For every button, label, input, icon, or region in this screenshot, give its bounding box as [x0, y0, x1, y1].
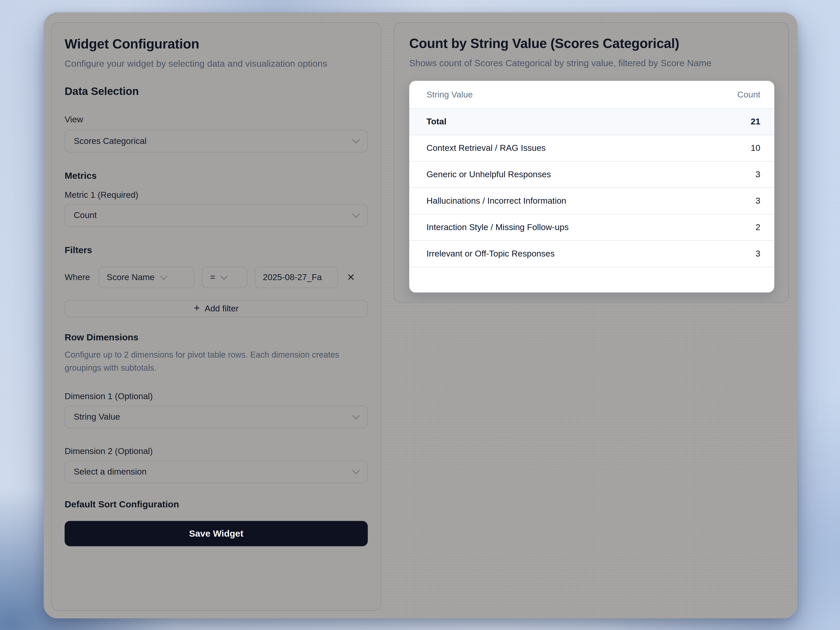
close-icon: ✕	[347, 272, 355, 283]
table-header-row: String Value Count	[409, 81, 774, 109]
row-label: Context Retrieval / RAG Issues	[426, 143, 546, 153]
filter-value-input[interactable]: 2025-08-27_Fa	[255, 267, 338, 288]
metric1-label: Metric 1 (Required)	[65, 190, 368, 200]
column-header-string-value: String Value	[426, 90, 473, 100]
preview-subtitle: Shows count of Scores Categorical by str…	[409, 56, 773, 71]
table-row: Context Retrieval / RAG Issues 10	[409, 135, 774, 161]
filter-row: Where Score Name = 2025-08-27_Fa ✕	[65, 267, 368, 288]
table-row: Generic or Unhelpful Responses 3	[409, 161, 774, 188]
row-label: Generic or Unhelpful Responses	[426, 170, 551, 180]
dimension2-label: Dimension 2 (Optional)	[65, 446, 368, 456]
configuration-panel: Widget Configuration Configure your widg…	[51, 22, 381, 611]
row-dimensions-help: Configure up to 2 dimensions for pivot t…	[65, 348, 368, 375]
dimension2-select[interactable]: Select a dimension	[65, 461, 368, 483]
preview-panel: Count by String Value (Scores Categorica…	[393, 22, 789, 303]
total-label: Total	[426, 117, 447, 127]
row-label: Interaction Style / Missing Follow-ups	[426, 222, 569, 232]
page-title: Widget Configuration	[65, 36, 368, 52]
row-count: 3	[755, 170, 760, 180]
add-filter-button[interactable]: + Add filter	[65, 300, 368, 317]
chevron-down-icon	[352, 412, 360, 419]
filter-operator-select[interactable]: =	[202, 267, 247, 288]
table-row: Irrelevant or Off-Topic Responses 3	[409, 241, 774, 267]
filter-value-text: 2025-08-27_Fa	[263, 273, 322, 282]
chevron-down-icon	[160, 272, 168, 280]
chevron-down-icon	[352, 136, 360, 143]
table-total-row: Total 21	[409, 109, 774, 135]
view-select-value: Scores Categorical	[74, 136, 147, 146]
row-count: 10	[751, 143, 760, 153]
data-selection-heading: Data Selection	[65, 85, 368, 98]
filter-column-select[interactable]: Score Name	[99, 267, 194, 288]
desktop-background: Widget Configuration Configure your widg…	[0, 0, 840, 630]
default-sort-heading: Default Sort Configuration	[65, 499, 368, 510]
dimension2-select-value: Select a dimension	[74, 467, 147, 477]
preview-title: Count by String Value (Scores Categorica…	[409, 36, 773, 51]
chevron-down-icon	[352, 467, 360, 474]
dimension1-label: Dimension 1 (Optional)	[65, 392, 368, 402]
chevron-down-icon	[221, 272, 228, 280]
widget-config-dialog: Widget Configuration Configure your widg…	[44, 12, 797, 618]
row-count: 3	[755, 196, 760, 206]
view-label: View	[65, 115, 368, 124]
plus-icon: +	[194, 302, 200, 314]
view-select[interactable]: Scores Categorical	[65, 130, 368, 152]
table-row: Interaction Style / Missing Follow-ups 2	[409, 214, 774, 241]
pivot-table-card: String Value Count Total 21 Context Retr…	[409, 81, 774, 293]
add-filter-label: Add filter	[205, 304, 239, 313]
row-count: 3	[755, 249, 760, 258]
dimension1-select-value: String Value	[74, 412, 120, 422]
table-row: Hallucinations / Incorrect Information 3	[409, 188, 774, 214]
row-label: Hallucinations / Incorrect Information	[426, 196, 566, 206]
row-label: Irrelevant or Off-Topic Responses	[426, 249, 554, 258]
save-widget-button[interactable]: Save Widget	[65, 521, 368, 546]
column-header-count: Count	[737, 90, 761, 100]
remove-filter-button[interactable]: ✕	[346, 273, 356, 282]
save-widget-label: Save Widget	[189, 528, 243, 538]
dimension1-select[interactable]: String Value	[65, 405, 368, 428]
filters-heading: Filters	[65, 245, 368, 256]
metrics-heading: Metrics	[65, 171, 368, 182]
row-count: 2	[755, 222, 760, 232]
filter-column-value: Score Name	[107, 273, 155, 282]
chevron-down-icon	[352, 210, 360, 218]
metric1-select-value: Count	[74, 211, 97, 220]
metric1-select[interactable]: Count	[65, 204, 368, 227]
filter-where-label: Where	[65, 273, 90, 282]
total-count: 21	[751, 117, 760, 127]
page-subtitle: Configure your widget by selecting data …	[65, 57, 346, 71]
row-dimensions-heading: Row Dimensions	[65, 332, 368, 343]
filter-operator-value: =	[210, 273, 215, 282]
